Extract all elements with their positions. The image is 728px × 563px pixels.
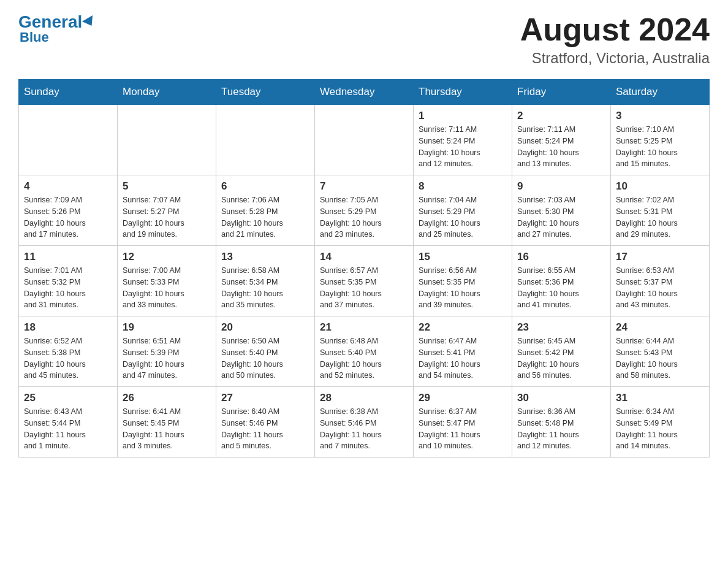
day-number: 8 — [419, 180, 507, 193]
calendar-cell: 29Sunrise: 6:37 AMSunset: 5:47 PMDayligh… — [414, 387, 512, 458]
calendar-cell: 5Sunrise: 7:07 AMSunset: 5:27 PMDaylight… — [118, 175, 216, 246]
calendar-cell: 4Sunrise: 7:09 AMSunset: 5:26 PMDaylight… — [19, 175, 118, 246]
calendar-cell: 17Sunrise: 6:53 AMSunset: 5:37 PMDayligh… — [611, 246, 710, 316]
day-number: 20 — [221, 321, 309, 334]
day-number: 26 — [123, 392, 211, 404]
calendar-cell: 9Sunrise: 7:03 AMSunset: 5:30 PMDaylight… — [512, 175, 611, 246]
day-info: Sunrise: 7:07 AMSunset: 5:27 PMDaylight:… — [123, 194, 211, 240]
day-number: 4 — [24, 180, 112, 193]
day-info: Sunrise: 6:43 AMSunset: 5:44 PMDaylight:… — [24, 406, 112, 452]
calendar-cell: 8Sunrise: 7:04 AMSunset: 5:29 PMDaylight… — [414, 175, 512, 246]
day-number: 16 — [517, 251, 605, 263]
weekday-header-row: SundayMondayTuesdayWednesdayThursdayFrid… — [19, 80, 710, 105]
logo-blue-label: Blue — [20, 29, 49, 45]
day-info: Sunrise: 7:01 AMSunset: 5:32 PMDaylight:… — [24, 265, 112, 311]
week-row-2: 4Sunrise: 7:09 AMSunset: 5:26 PMDaylight… — [19, 175, 710, 246]
calendar-cell: 13Sunrise: 6:58 AMSunset: 5:34 PMDayligh… — [216, 246, 315, 316]
day-info: Sunrise: 7:06 AMSunset: 5:28 PMDaylight:… — [221, 194, 309, 240]
calendar-cell: 14Sunrise: 6:57 AMSunset: 5:35 PMDayligh… — [315, 246, 414, 316]
week-row-3: 11Sunrise: 7:01 AMSunset: 5:32 PMDayligh… — [19, 246, 710, 316]
day-number: 14 — [320, 251, 408, 263]
day-info: Sunrise: 6:51 AMSunset: 5:39 PMDaylight:… — [123, 335, 211, 381]
day-number: 10 — [616, 180, 704, 193]
weekday-header-friday: Friday — [512, 80, 611, 105]
day-number: 11 — [24, 251, 112, 263]
day-number: 2 — [517, 110, 605, 122]
calendar-cell: 23Sunrise: 6:45 AMSunset: 5:42 PMDayligh… — [512, 316, 611, 387]
day-info: Sunrise: 7:11 AMSunset: 5:24 PMDaylight:… — [419, 124, 507, 170]
day-number: 25 — [24, 392, 112, 404]
page-header: General Blue August 2024 Stratford, Vict… — [18, 12, 710, 67]
weekday-header-wednesday: Wednesday — [315, 80, 414, 105]
calendar-cell: 30Sunrise: 6:36 AMSunset: 5:48 PMDayligh… — [512, 387, 611, 458]
day-info: Sunrise: 6:40 AMSunset: 5:46 PMDaylight:… — [221, 406, 309, 452]
day-info: Sunrise: 7:04 AMSunset: 5:29 PMDaylight:… — [419, 194, 507, 240]
week-row-4: 18Sunrise: 6:52 AMSunset: 5:38 PMDayligh… — [19, 316, 710, 387]
weekday-header-saturday: Saturday — [611, 80, 710, 105]
day-number: 3 — [616, 110, 704, 122]
day-info: Sunrise: 7:02 AMSunset: 5:31 PMDaylight:… — [616, 194, 704, 240]
day-info: Sunrise: 6:34 AMSunset: 5:49 PMDaylight:… — [616, 406, 704, 452]
calendar-table: SundayMondayTuesdayWednesdayThursdayFrid… — [18, 79, 710, 458]
location-title: Stratford, Victoria, Australia — [520, 50, 710, 67]
day-info: Sunrise: 6:44 AMSunset: 5:43 PMDaylight:… — [616, 335, 704, 381]
calendar-cell: 27Sunrise: 6:40 AMSunset: 5:46 PMDayligh… — [216, 387, 315, 458]
day-number: 31 — [616, 392, 704, 404]
day-info: Sunrise: 7:11 AMSunset: 5:24 PMDaylight:… — [517, 124, 605, 170]
day-number: 24 — [616, 321, 704, 334]
calendar-cell: 20Sunrise: 6:50 AMSunset: 5:40 PMDayligh… — [216, 316, 315, 387]
day-info: Sunrise: 6:56 AMSunset: 5:35 PMDaylight:… — [419, 265, 507, 311]
calendar-cell: 12Sunrise: 7:00 AMSunset: 5:33 PMDayligh… — [118, 246, 216, 316]
day-info: Sunrise: 7:10 AMSunset: 5:25 PMDaylight:… — [616, 124, 704, 170]
day-number: 15 — [419, 251, 507, 263]
day-number: 6 — [221, 180, 309, 193]
day-number: 7 — [320, 180, 408, 193]
day-number: 1 — [419, 110, 507, 122]
weekday-header-sunday: Sunday — [19, 80, 118, 105]
calendar-cell: 26Sunrise: 6:41 AMSunset: 5:45 PMDayligh… — [118, 387, 216, 458]
weekday-header-monday: Monday — [118, 80, 216, 105]
day-info: Sunrise: 6:58 AMSunset: 5:34 PMDaylight:… — [221, 265, 309, 311]
day-info: Sunrise: 6:55 AMSunset: 5:36 PMDaylight:… — [517, 265, 605, 311]
title-block: August 2024 Stratford, Victoria, Austral… — [520, 12, 710, 67]
calendar-cell: 16Sunrise: 6:55 AMSunset: 5:36 PMDayligh… — [512, 246, 611, 316]
calendar-cell: 2Sunrise: 7:11 AMSunset: 5:24 PMDaylight… — [512, 105, 611, 175]
calendar-cell: 21Sunrise: 6:48 AMSunset: 5:40 PMDayligh… — [315, 316, 414, 387]
day-info: Sunrise: 6:36 AMSunset: 5:48 PMDaylight:… — [517, 406, 605, 452]
day-number: 28 — [320, 392, 408, 404]
day-info: Sunrise: 6:47 AMSunset: 5:41 PMDaylight:… — [419, 335, 507, 381]
week-row-1: 1Sunrise: 7:11 AMSunset: 5:24 PMDaylight… — [19, 105, 710, 175]
day-number: 27 — [221, 392, 309, 404]
month-title: August 2024 — [520, 12, 710, 47]
calendar-cell — [216, 105, 315, 175]
day-info: Sunrise: 6:52 AMSunset: 5:38 PMDaylight:… — [24, 335, 112, 381]
calendar-cell: 28Sunrise: 6:38 AMSunset: 5:46 PMDayligh… — [315, 387, 414, 458]
calendar-cell: 15Sunrise: 6:56 AMSunset: 5:35 PMDayligh… — [414, 246, 512, 316]
day-number: 9 — [517, 180, 605, 193]
day-info: Sunrise: 6:50 AMSunset: 5:40 PMDaylight:… — [221, 335, 309, 381]
day-number: 13 — [221, 251, 309, 263]
day-info: Sunrise: 7:05 AMSunset: 5:29 PMDaylight:… — [320, 194, 408, 240]
calendar-cell: 22Sunrise: 6:47 AMSunset: 5:41 PMDayligh… — [414, 316, 512, 387]
logo-arrow-icon — [82, 15, 97, 29]
calendar-cell: 7Sunrise: 7:05 AMSunset: 5:29 PMDaylight… — [315, 175, 414, 246]
day-info: Sunrise: 6:38 AMSunset: 5:46 PMDaylight:… — [320, 406, 408, 452]
weekday-header-thursday: Thursday — [414, 80, 512, 105]
day-info: Sunrise: 6:41 AMSunset: 5:45 PMDaylight:… — [123, 406, 211, 452]
calendar-cell: 24Sunrise: 6:44 AMSunset: 5:43 PMDayligh… — [611, 316, 710, 387]
day-number: 23 — [517, 321, 605, 334]
day-number: 17 — [616, 251, 704, 263]
day-info: Sunrise: 6:53 AMSunset: 5:37 PMDaylight:… — [616, 265, 704, 311]
calendar-cell: 11Sunrise: 7:01 AMSunset: 5:32 PMDayligh… — [19, 246, 118, 316]
calendar-cell: 18Sunrise: 6:52 AMSunset: 5:38 PMDayligh… — [19, 316, 118, 387]
calendar-cell: 10Sunrise: 7:02 AMSunset: 5:31 PMDayligh… — [611, 175, 710, 246]
calendar-cell: 6Sunrise: 7:06 AMSunset: 5:28 PMDaylight… — [216, 175, 315, 246]
calendar-cell: 31Sunrise: 6:34 AMSunset: 5:49 PMDayligh… — [611, 387, 710, 458]
logo: General Blue — [18, 12, 96, 45]
day-number: 18 — [24, 321, 112, 334]
day-info: Sunrise: 6:48 AMSunset: 5:40 PMDaylight:… — [320, 335, 408, 381]
calendar-cell: 25Sunrise: 6:43 AMSunset: 5:44 PMDayligh… — [19, 387, 118, 458]
day-number: 12 — [123, 251, 211, 263]
calendar-cell: 1Sunrise: 7:11 AMSunset: 5:24 PMDaylight… — [414, 105, 512, 175]
calendar-cell — [19, 105, 118, 175]
